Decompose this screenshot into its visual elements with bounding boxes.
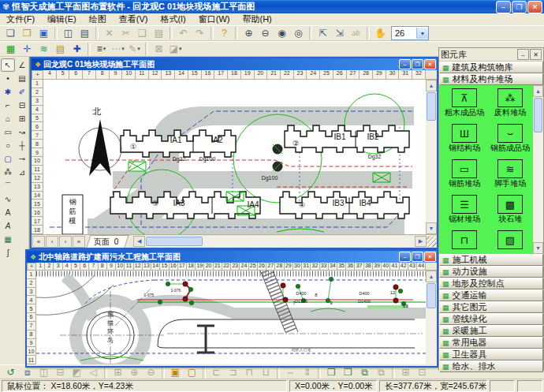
snap-grid-icon[interactable]: ▦ <box>2 42 19 57</box>
doc2-minimize-button[interactable]: – <box>399 252 411 262</box>
zoom-window-icon[interactable]: ◉ <box>274 26 290 41</box>
print-icon[interactable]: ▤ <box>76 26 93 41</box>
menu-item[interactable]: 格式(I) <box>154 13 192 25</box>
doc1-canvas[interactable]: 北①ⅠA1ⅠA2Dg32Dg100②ⅠB1ⅠB2Dg32Dg100③ⅠA3ⅠA4… <box>43 80 426 234</box>
scroll-down-icon[interactable]: ▼ <box>533 242 543 254</box>
brush-tool[interactable]: ✐ <box>15 85 29 99</box>
library-close-button[interactable]: ✕ <box>530 49 542 60</box>
prev-page-button[interactable]: ‹ <box>46 236 58 248</box>
doc2-vertical-scrollbar[interactable]: ▲ <box>426 271 437 364</box>
doc1-vertical-scrollbar[interactable]: ▲ ▼ <box>426 80 437 234</box>
chevron-down-icon[interactable]: ▾ <box>103 46 106 52</box>
scroll-up-icon[interactable]: ▲ <box>426 271 437 282</box>
spray-tool[interactable]: ⁂ <box>1 166 15 179</box>
library-item[interactable]: ⌣钢筋成品场 <box>487 124 533 159</box>
rect-tool[interactable]: ▭ <box>1 125 15 139</box>
library-collapse-button[interactable]: – <box>517 49 529 60</box>
library-item[interactable]: ≋脚手堆场 <box>487 159 533 195</box>
symbol-tool[interactable]: ⊞ <box>15 112 29 125</box>
first-page-button[interactable]: « <box>32 236 45 248</box>
pan-hand-icon[interactable]: ✋ <box>372 26 389 41</box>
undo-icon[interactable]: ↶ <box>175 26 192 41</box>
next-view-icon[interactable]: ⇲ <box>331 26 348 41</box>
ellipse-tool[interactable]: ○ <box>1 139 15 152</box>
doc1-maximize-button[interactable]: ❐ <box>412 59 423 69</box>
chevron-down-icon[interactable]: ▾ <box>137 46 140 52</box>
minimize-button[interactable]: – <box>496 1 511 13</box>
text-scale-icon[interactable]: ab <box>348 26 364 41</box>
doc2-close-button[interactable]: ✕ <box>424 252 436 262</box>
library-item[interactable]: ☰锯材堆场 <box>442 195 487 230</box>
library-item[interactable]: ⁂废料堆场 <box>487 88 533 124</box>
save-icon[interactable]: ▣ <box>35 26 52 41</box>
restore-button[interactable]: ❐ <box>512 1 527 13</box>
library-category-bar[interactable]: ▦建筑及构筑物库 <box>439 62 543 73</box>
leader-tool[interactable]: ↝ <box>15 125 29 139</box>
slope-tool[interactable]: ⊿ <box>15 166 29 179</box>
polyline-tool[interactable]: ⌐ <box>1 99 15 112</box>
library-item[interactable]: Ш钢结构场 <box>442 124 487 159</box>
arc-tool[interactable]: ⌒ <box>1 179 15 192</box>
menu-item[interactable]: 编辑(E) <box>41 13 83 25</box>
menu-item[interactable]: 查看(V) <box>113 13 155 25</box>
library-category-bar[interactable]: ▦材料及构件堆场 <box>439 73 543 85</box>
cut-icon[interactable]: ✂ <box>117 26 134 41</box>
polygon-tool[interactable]: ⌂ <box>1 112 15 125</box>
doc1-horizontal-scrollbar[interactable]: ◀ ▶ <box>133 236 427 247</box>
connector-tool[interactable]: ⊸ <box>15 152 29 166</box>
clipboard-icon[interactable]: ▤ <box>52 42 69 57</box>
scroll-right-icon[interactable]: ▶ <box>415 236 427 247</box>
previous-view-icon[interactable]: ⇱ <box>315 26 331 41</box>
library-category-bar[interactable]: ▦给水、排水 <box>439 360 543 372</box>
menu-item[interactable]: 绘图 <box>83 13 113 25</box>
delete-icon[interactable]: ✕ <box>101 26 117 41</box>
menu-item[interactable]: 帮助(H) <box>237 13 278 25</box>
library-item[interactable]: ⊓ <box>442 230 487 254</box>
help-key-icon[interactable]: ? <box>216 26 233 41</box>
library-item[interactable]: ⊼粗木成品场 <box>442 88 487 124</box>
zoom-in-icon[interactable]: ⊕ <box>240 26 257 41</box>
text-tool[interactable]: A <box>1 206 15 219</box>
rotate-icon[interactable]: ↺ <box>2 364 19 379</box>
library-item[interactable]: ▨ <box>487 230 533 254</box>
print-preview-icon[interactable]: ◫ <box>60 26 76 41</box>
menu-item[interactable]: 窗口(W) <box>192 13 237 25</box>
move-icon[interactable]: ✛ <box>19 42 35 57</box>
textbox-tool[interactable]: ⊟ <box>15 99 29 112</box>
zoom-out-icon[interactable]: ⊖ <box>257 26 274 41</box>
spline-tool[interactable]: ʃ <box>1 246 15 259</box>
doc2-canvas[interactable]: 熊猫环岛1-0751-076D400D1200D400D14007891213现… <box>36 271 426 364</box>
open-icon[interactable]: ❒ <box>19 26 35 41</box>
library-category-bar[interactable]: ▦其它图元 <box>439 301 543 313</box>
doc1-close-button[interactable]: ✕ <box>424 59 436 69</box>
library-category-bar[interactable]: ▦动力设施 <box>439 266 543 278</box>
dimension-tool[interactable]: ∠ <box>15 58 29 72</box>
library-category-bar[interactable]: ▦施工机械 <box>439 254 543 266</box>
library-item[interactable]: ▭钢筋堆场 <box>442 159 487 195</box>
doc2-maximize-button[interactable]: ❐ <box>412 252 423 262</box>
doc2-title-bar[interactable]: ❖ 北中轴路道路扩建雨污水工程施工平面图 – ❐ ✕ <box>27 251 437 263</box>
redo-icon[interactable]: ↷ <box>192 26 208 41</box>
ruler-corner[interactable]: + <box>32 70 43 80</box>
fill-color-picker[interactable]: ◪▾ <box>167 42 184 57</box>
curve-tool[interactable]: ∿ <box>1 192 15 206</box>
library-category-bar[interactable]: ▦采暖施工 <box>439 325 543 337</box>
paste-icon[interactable]: ▤ <box>151 26 167 41</box>
doc1-title-bar[interactable]: ❖ 回龙观C 01地块现场施工平面图 – ❐ ✕ <box>32 58 437 70</box>
point-tool[interactable]: • <box>1 72 15 85</box>
pen-color-picker[interactable]: ✎▾ <box>126 42 143 57</box>
hatch-tool[interactable]: ▤ <box>15 72 29 85</box>
add-element-icon[interactable]: ✚ <box>69 42 85 57</box>
close-button[interactable]: ✕ <box>527 1 542 13</box>
hatch-picker[interactable]: ⊠ <box>151 42 167 57</box>
line-style-picker[interactable]: ⋯▾ <box>110 42 126 57</box>
scroll-down-icon[interactable]: ▼ <box>426 222 437 234</box>
scroll-left-icon[interactable]: ◀ <box>133 236 145 247</box>
ruler-corner[interactable]: + <box>27 263 36 271</box>
page-tab[interactable]: 页面 0 <box>86 235 129 248</box>
zoom-level-combo[interactable]: 26▼ <box>391 26 429 40</box>
chevron-down-icon[interactable]: ▼ <box>416 28 428 39</box>
menu-item[interactable]: 文件(F) <box>0 13 41 25</box>
library-category-bar[interactable]: ▦交通运输 <box>439 289 543 301</box>
chevron-down-icon[interactable]: ▾ <box>121 46 125 52</box>
